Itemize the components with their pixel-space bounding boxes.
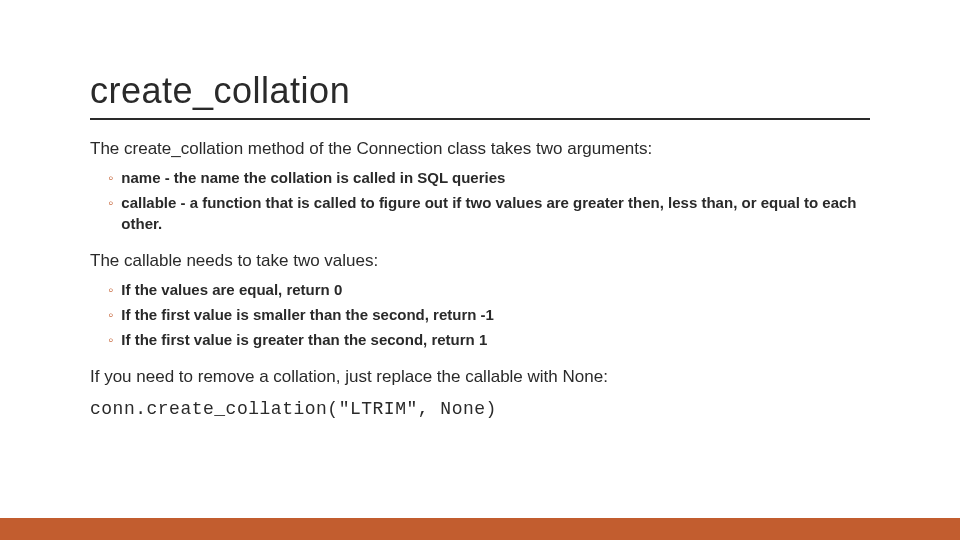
intro-text: The create_collation method of the Conne… bbox=[90, 138, 870, 161]
list-item: ◦ callable - a function that is called t… bbox=[108, 192, 870, 234]
code-example: conn.create_collation("LTRIM", None) bbox=[90, 399, 870, 419]
bullet-text: If the values are equal, return 0 bbox=[121, 279, 870, 300]
list-item: ◦ If the first value is smaller than the… bbox=[108, 304, 870, 325]
bullet-marker-icon: ◦ bbox=[108, 192, 113, 213]
list-item: ◦ If the values are equal, return 0 bbox=[108, 279, 870, 300]
bottom-accent-bar bbox=[0, 518, 960, 540]
bullet-text: If the first value is greater than the s… bbox=[121, 329, 870, 350]
list-item: ◦ name - the name the collation is calle… bbox=[108, 167, 870, 188]
bullet-marker-icon: ◦ bbox=[108, 279, 113, 300]
list-item: ◦ If the first value is greater than the… bbox=[108, 329, 870, 350]
callable-rules-bullet-group: ◦ If the values are equal, return 0 ◦ If… bbox=[90, 279, 870, 350]
bullet-marker-icon: ◦ bbox=[108, 167, 113, 188]
callable-intro-text: The callable needs to take two values: bbox=[90, 250, 870, 273]
bullet-marker-icon: ◦ bbox=[108, 304, 113, 325]
bullet-text: callable - a function that is called to … bbox=[121, 192, 870, 234]
slide-title: create_collation bbox=[90, 70, 870, 120]
slide-content: create_collation The create_collation me… bbox=[0, 0, 960, 419]
bullet-text: If the first value is smaller than the s… bbox=[121, 304, 870, 325]
remove-text: If you need to remove a collation, just … bbox=[90, 366, 870, 389]
bullet-marker-icon: ◦ bbox=[108, 329, 113, 350]
args-bullet-group: ◦ name - the name the collation is calle… bbox=[90, 167, 870, 234]
bullet-text: name - the name the collation is called … bbox=[121, 167, 870, 188]
